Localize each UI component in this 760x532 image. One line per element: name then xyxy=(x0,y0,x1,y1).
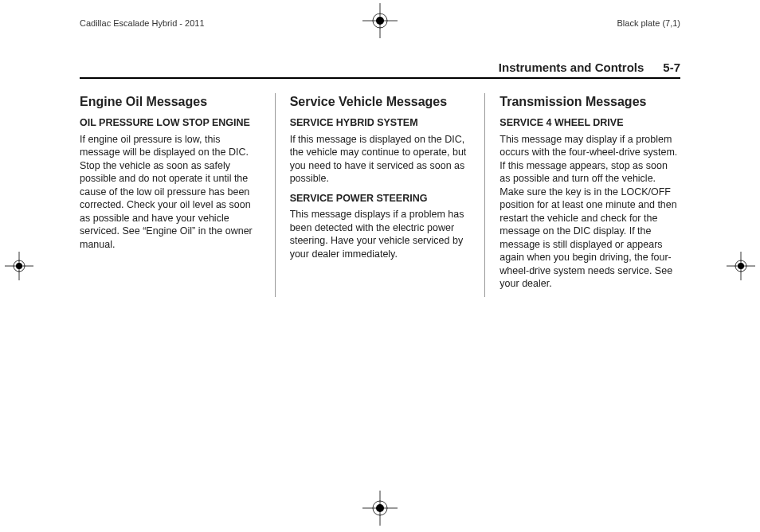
message-heading: SERVICE POWER STEERING xyxy=(290,192,471,205)
section-title: Instruments and Controls xyxy=(499,61,644,74)
column-title: Service Vehicle Messages xyxy=(290,93,471,110)
manual-page: Cadillac Escalade Hybrid - 2011 Black pl… xyxy=(0,0,760,532)
message-heading: SERVICE HYBRID SYSTEM xyxy=(290,116,471,130)
registration-mark-left-icon xyxy=(5,252,33,280)
svg-point-3 xyxy=(376,17,384,25)
message-body: This message displays if a problem has b… xyxy=(290,208,471,260)
column-engine-oil: Engine Oil Messages OIL PRESSURE LOW STO… xyxy=(80,93,261,297)
message-heading: SERVICE 4 WHEEL DRIVE xyxy=(499,116,680,130)
column-transmission: Transmission Messages SERVICE 4 WHEEL DR… xyxy=(484,93,680,297)
svg-point-15 xyxy=(376,504,384,512)
message-body: If engine oil pressure is low, this mess… xyxy=(80,133,261,252)
registration-mark-right-icon xyxy=(727,252,755,280)
page-number: 5-7 xyxy=(663,61,680,74)
column-title: Transmission Messages xyxy=(499,93,680,110)
svg-point-11 xyxy=(738,263,744,269)
columns: Engine Oil Messages OIL PRESSURE LOW STO… xyxy=(80,93,680,297)
print-top-bar: Cadillac Escalade Hybrid - 2011 Black pl… xyxy=(24,14,736,32)
registration-mark-top-icon xyxy=(362,3,398,38)
registration-mark-bottom-icon xyxy=(362,491,398,526)
message-body: This message may display if a problem oc… xyxy=(499,133,680,291)
message-body: If this message is displayed on the DIC,… xyxy=(290,133,471,186)
column-service-vehicle: Service Vehicle Messages SERVICE HYBRID … xyxy=(275,93,471,297)
section-header: Instruments and Controls 5-7 xyxy=(80,61,680,79)
vehicle-label: Cadillac Escalade Hybrid - 2011 xyxy=(80,18,205,28)
message-heading: OIL PRESSURE LOW STOP ENGINE xyxy=(80,116,261,130)
plate-label: Black plate (7,1) xyxy=(617,18,680,28)
content-area: Instruments and Controls 5-7 Engine Oil … xyxy=(24,61,736,297)
column-title: Engine Oil Messages xyxy=(80,93,261,110)
svg-point-7 xyxy=(16,263,22,269)
